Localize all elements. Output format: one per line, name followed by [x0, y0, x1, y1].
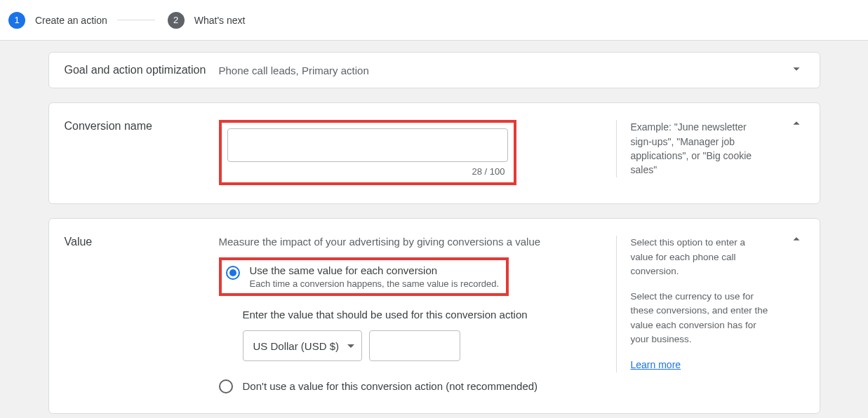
conversion-name-card: Conversion name 28 / 100 Example: "June …	[48, 102, 820, 204]
value-card: Value Measure the impact of your adverti…	[48, 218, 820, 414]
step-1-circle: 1	[8, 12, 25, 29]
chevron-up-icon[interactable]	[789, 116, 804, 134]
value-help-p2: Select the currency to use for these con…	[631, 290, 770, 346]
conversion-name-help: Example: "June newsletter sign-ups", "Ma…	[616, 120, 770, 177]
goal-label: Goal and action optimization	[65, 62, 219, 78]
chevron-down-icon	[789, 61, 804, 79]
radio-no-value-button[interactable]	[219, 379, 233, 393]
step-2-circle: 2	[168, 12, 185, 29]
radio-no-value-label: Don't use a value for this conversion ac…	[243, 380, 538, 392]
radio-same-value-sub: Each time a conversion happens, the same…	[250, 278, 500, 289]
radio-dot-icon	[229, 269, 236, 276]
value-desc: Measure the impact of your advertising b…	[219, 236, 612, 248]
value-label: Value	[65, 236, 219, 393]
conversion-name-input[interactable]	[227, 128, 508, 162]
step-divider	[117, 20, 155, 20]
currency-row: US Dollar (USD $)	[243, 330, 612, 361]
conversion-value-input[interactable]	[369, 330, 460, 361]
learn-more-link[interactable]: Learn more	[631, 359, 681, 370]
conversion-name-label: Conversion name	[65, 120, 219, 185]
conversion-name-input-wrap: 28 / 100	[219, 120, 516, 185]
char-count: 28 / 100	[227, 166, 508, 177]
enter-value-label: Enter the value that should be used for …	[243, 309, 612, 321]
currency-select-value: US Dollar (USD $)	[253, 340, 340, 352]
currency-select[interactable]: US Dollar (USD $)	[243, 330, 362, 361]
highlight-input: 28 / 100	[219, 120, 516, 185]
chevron-up-icon[interactable]	[789, 231, 804, 250]
goal-card[interactable]: Goal and action optimization Phone call …	[48, 52, 820, 88]
value-help-p1: Select this option to enter a value for …	[631, 236, 770, 278]
value-help: Select this option to enter a value for …	[616, 236, 770, 372]
dropdown-triangle-icon	[347, 344, 354, 348]
step-1-label: Create an action	[35, 15, 107, 26]
step-create-action[interactable]: 1 Create an action	[8, 12, 107, 29]
highlight-radio: Use the same value for each conversion E…	[219, 257, 509, 296]
radio-no-value[interactable]: Don't use a value for this conversion ac…	[219, 378, 612, 393]
stepper: 1 Create an action 2 What's next	[0, 0, 868, 41]
radio-same-value-button[interactable]	[226, 266, 240, 280]
step-whats-next[interactable]: 2 What's next	[168, 12, 246, 29]
radio-same-value[interactable]: Use the same value for each conversion E…	[226, 264, 500, 289]
goal-value: Phone call leads, Primary action	[219, 65, 369, 76]
value-body: Measure the impact of your advertising b…	[219, 236, 612, 393]
step-2-label: What's next	[194, 15, 246, 26]
content-area: Goal and action optimization Phone call …	[0, 41, 868, 418]
radio-same-value-label: Use the same value for each conversion	[250, 264, 500, 276]
